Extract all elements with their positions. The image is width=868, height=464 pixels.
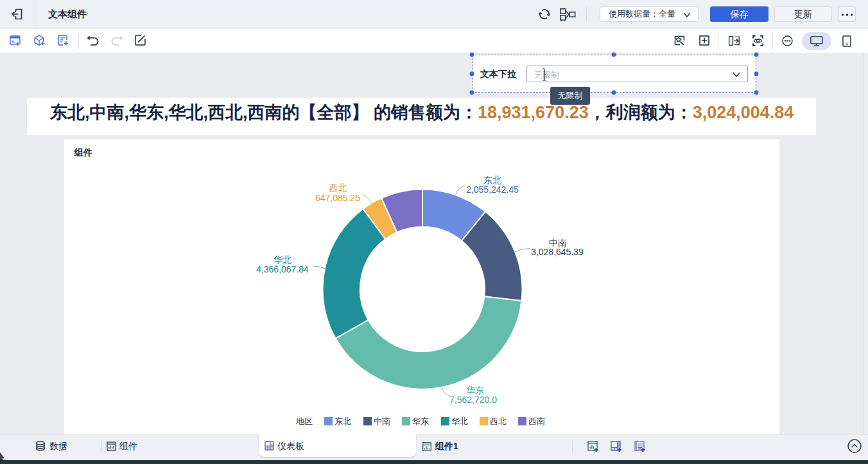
svg-text:东北: 东北 [483, 175, 501, 185]
svg-text:7,562,720.0: 7,562,720.0 [449, 395, 497, 405]
svg-text:华北: 华北 [451, 416, 468, 426]
svg-text:东北: 东北 [334, 416, 351, 426]
svg-text:西北: 西北 [329, 183, 347, 193]
svg-text:华北: 华北 [273, 254, 291, 265]
svg-text:地区: 地区 [296, 416, 313, 426]
svg-text:2,055,242.45: 2,055,242.45 [466, 184, 519, 195]
svg-text:647,085.25: 647,085.25 [315, 193, 360, 203]
svg-text:华东: 华东 [412, 416, 429, 426]
svg-text:西南: 西南 [528, 416, 545, 426]
svg-text:中南: 中南 [374, 416, 390, 426]
svg-text:3,028,645.39: 3,028,645.39 [531, 247, 584, 257]
svg-text:西北: 西北 [490, 416, 507, 426]
svg-text:华东: 华东 [466, 385, 484, 395]
svg-text:4,366,067.84: 4,366,067.84 [256, 264, 309, 274]
